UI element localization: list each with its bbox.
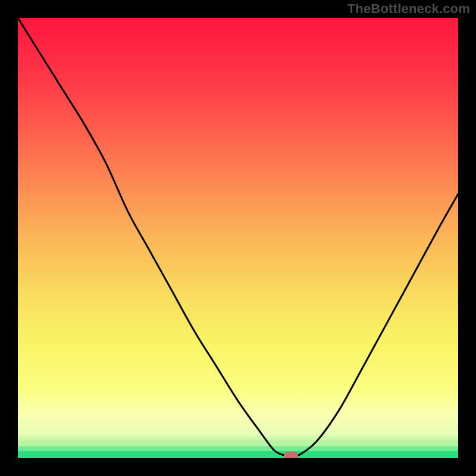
watermark-text: TheBottleneck.com	[347, 1, 470, 17]
bottleneck-curve	[18, 18, 458, 458]
chart-frame: TheBottleneck.com	[0, 0, 476, 476]
plot-area	[18, 18, 458, 458]
optimal-point-marker	[284, 452, 298, 458]
